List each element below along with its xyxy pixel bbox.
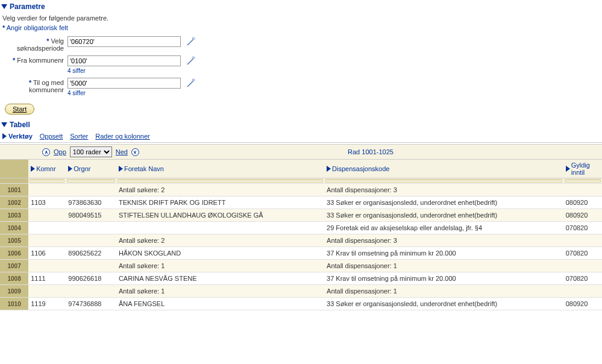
- cell-disp: Antall dispensasjoner: 3: [324, 234, 563, 247]
- cell-komnr: [28, 222, 66, 234]
- cell-gyld: [563, 184, 602, 196]
- cell-navn: Antall søkere: 2: [116, 184, 324, 196]
- cell-komnr: 1103: [28, 196, 66, 209]
- svg-point-1: [192, 37, 195, 40]
- cell-disp: 37 Krav til omsetning på minimum kr 20.0…: [324, 272, 563, 285]
- table-row: 10101119974736888ÅNA FENGSEL33 Søker er …: [0, 298, 602, 310]
- page-top-button[interactable]: ∧: [42, 148, 50, 156]
- filter-disp[interactable]: [325, 179, 562, 183]
- cell-orgnr: [66, 285, 116, 298]
- filter-gyld[interactable]: [565, 179, 601, 183]
- flashlight-icon[interactable]: [186, 56, 195, 66]
- cell-komnr: [28, 285, 66, 298]
- cell-navn: CARINA NESVÅG STENE: [116, 272, 324, 285]
- cell-komnr: 1111: [28, 272, 66, 285]
- cell-navn: HÅKON SKOGLAND: [116, 247, 324, 260]
- sorter-link[interactable]: Sorter: [70, 133, 88, 140]
- col-komnr[interactable]: Komnr: [28, 160, 66, 178]
- expand-icon: [2, 133, 7, 139]
- filter-row: [0, 178, 602, 184]
- cell-navn: TEKNISK DRIFT PARK OG IDRETT: [116, 196, 324, 209]
- section-tabell-header[interactable]: Tabell: [0, 118, 602, 131]
- flashlight-icon[interactable]: [186, 78, 195, 88]
- param-soknadsperiode-label: * Velg søknadsperiode: [0, 36, 67, 52]
- col-gyld[interactable]: Gyldig inntil: [563, 160, 602, 178]
- row-number: 1009: [0, 285, 28, 298]
- required-text: Angir obligatorisk felt: [7, 24, 68, 31]
- rader-link[interactable]: Rader og kolonner: [95, 133, 150, 140]
- cell-orgnr: 974736888: [66, 298, 116, 310]
- page-up-link[interactable]: Opp: [54, 148, 66, 155]
- fra-kommunenr-input[interactable]: [67, 55, 181, 66]
- row-number: 1006: [0, 247, 28, 260]
- section-tabell-title: Tabell: [10, 121, 30, 129]
- col-navn[interactable]: Foretak Navn: [116, 160, 324, 178]
- sort-icon: [31, 166, 35, 172]
- cell-gyld: 070820: [563, 247, 602, 260]
- soknadsperiode-input[interactable]: [67, 36, 181, 47]
- row-number: 1004: [0, 222, 28, 234]
- cell-disp: Antall dispensasjoner: 1: [324, 285, 563, 298]
- param-fra-kommunenr: * Fra kommunenr 4 siffer: [0, 55, 602, 74]
- til-kommunenr-input[interactable]: [67, 78, 181, 89]
- table-row: 1003980049515STIFTELSEN ULLANDHAUG ØKOLO…: [0, 209, 602, 222]
- verktoy-label[interactable]: Verktøy: [2, 133, 33, 140]
- collapse-icon: [1, 122, 7, 127]
- cell-orgnr: 980049515: [66, 209, 116, 222]
- filter-navn[interactable]: [118, 179, 323, 183]
- cell-komnr: 1119: [28, 298, 66, 310]
- cell-komnr: [28, 209, 66, 222]
- cell-gyld: 070820: [563, 222, 602, 234]
- cell-orgnr: [66, 184, 116, 196]
- cell-gyld: [563, 285, 602, 298]
- cell-orgnr: 890625622: [66, 247, 116, 260]
- cell-orgnr: [66, 234, 116, 247]
- filter-orgnr[interactable]: [67, 179, 115, 183]
- required-star: *: [2, 24, 5, 31]
- divider: [0, 142, 602, 143]
- oppsett-link[interactable]: Oppsett: [40, 133, 63, 140]
- page-down-link[interactable]: Ned: [116, 148, 128, 155]
- cell-disp: Antall dispensasjoner: 1: [324, 260, 563, 272]
- cell-orgnr: [66, 260, 116, 272]
- sort-icon: [68, 166, 72, 172]
- toolbar: Verktøy Oppsett Sorter Rader og kolonner: [0, 131, 602, 141]
- section-parametre-header[interactable]: Parametre: [0, 0, 602, 13]
- col-disp[interactable]: Dispensasjonskode: [324, 160, 563, 178]
- row-number: 1005: [0, 234, 28, 247]
- cell-gyld: [563, 260, 602, 272]
- svg-point-5: [192, 79, 195, 81]
- cell-komnr: [28, 260, 66, 272]
- cell-disp: 33 Søker er organisasjonsledd, underordn…: [324, 298, 563, 310]
- param-soknadsperiode: * Velg søknadsperiode: [0, 36, 602, 52]
- table-row: 1005Antall søkere: 2Antall dispensasjone…: [0, 234, 602, 247]
- cell-navn: Antall søkere: 1: [116, 260, 324, 272]
- section-parametre-title: Parametre: [10, 2, 45, 11]
- collapse-icon: [1, 4, 7, 9]
- cell-komnr: 1106: [28, 247, 66, 260]
- cell-orgnr: 973863630: [66, 196, 116, 209]
- table-row: 1007Antall søkere: 1Antall dispensasjone…: [0, 260, 602, 272]
- sort-icon: [327, 166, 331, 172]
- required-note: * Angir obligatorisk felt: [0, 23, 602, 36]
- row-number: 1007: [0, 260, 28, 272]
- table-row: 10061106890625622HÅKON SKOGLAND37 Krav t…: [0, 247, 602, 260]
- row-number: 1001: [0, 184, 28, 196]
- filter-komnr[interactable]: [30, 179, 64, 183]
- til-hint: 4 siffer: [67, 90, 195, 96]
- cell-komnr: [28, 184, 66, 196]
- table-row: 1001Antall søkere: 2Antall dispensasjone…: [0, 184, 602, 196]
- row-number: 1010: [0, 298, 28, 310]
- rows-per-page-select[interactable]: 100 rader: [70, 146, 112, 157]
- col-orgnr[interactable]: Orgnr: [66, 160, 116, 178]
- table-row: 100429 Foretak eid av aksjeselskap eller…: [0, 222, 602, 234]
- start-button[interactable]: Start: [5, 104, 34, 115]
- param-fra-label: * Fra kommunenr: [0, 55, 67, 64]
- svg-point-3: [192, 57, 195, 59]
- cell-gyld: 080920: [563, 209, 602, 222]
- cell-gyld: 080920: [563, 298, 602, 310]
- flashlight-icon[interactable]: [186, 37, 195, 46]
- cell-navn: Antall søkere: 1: [116, 285, 324, 298]
- page-bottom-button[interactable]: ∨: [131, 148, 139, 156]
- sort-icon: [119, 166, 123, 172]
